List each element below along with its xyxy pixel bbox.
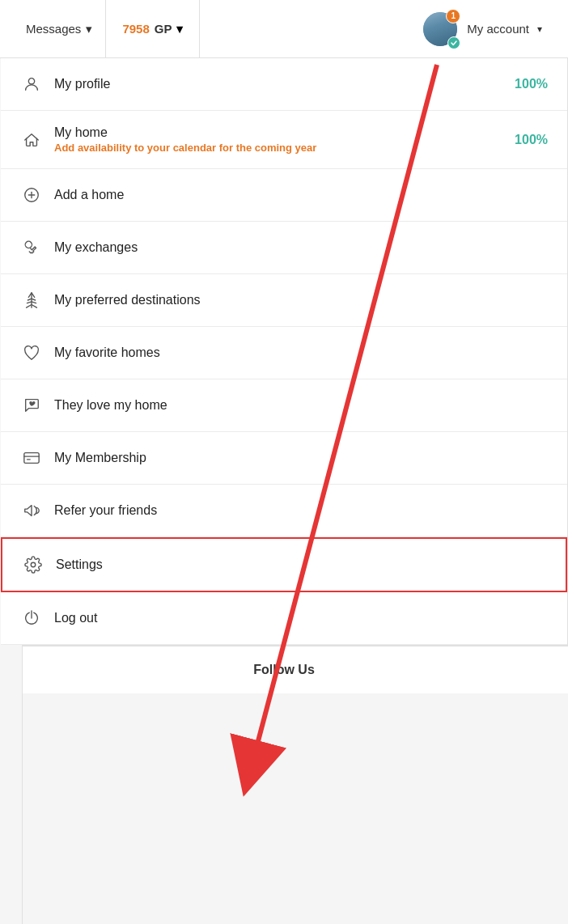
menu-label-my-home: My home	[54, 125, 515, 140]
menu-text-settings: Settings	[56, 557, 546, 572]
avatar-wrapper: 1	[422, 11, 459, 48]
menu-item-preferred-destinations[interactable]: My preferred destinations	[1, 274, 567, 327]
svg-point-4	[23, 239, 33, 249]
megaphone-icon	[20, 499, 43, 522]
svg-point-9	[31, 562, 36, 567]
notification-badge: 1	[446, 9, 460, 23]
person-icon	[20, 73, 43, 95]
menu-text-log-out: Log out	[54, 611, 548, 625]
menu-label-refer-friends: Refer your friends	[54, 503, 548, 518]
menu-text-my-home: My home Add availability to your calenda…	[54, 125, 515, 154]
menu-text-my-profile: My profile	[54, 77, 515, 91]
account-dropdown: My profile 100% My home Add availability…	[0, 58, 568, 646]
heart-icon	[20, 341, 43, 364]
menu-item-my-exchanges[interactable]: My exchanges	[1, 222, 567, 274]
account-nav[interactable]: 1 My account ▾	[409, 0, 555, 57]
menu-text-favorite-homes: My favorite homes	[54, 345, 548, 360]
key-icon	[20, 236, 43, 259]
menu-percentage-my-home: 100%	[515, 133, 548, 147]
card-icon	[20, 447, 43, 469]
menu-label-they-love-my-home: They love my home	[54, 398, 548, 413]
messages-chevron-icon: ▾	[86, 22, 92, 36]
account-label: My account	[467, 22, 529, 36]
menu-text-my-exchanges: My exchanges	[54, 240, 548, 255]
svg-rect-6	[24, 453, 39, 464]
menu-label-my-membership: My Membership	[54, 451, 548, 465]
menu-item-refer-friends[interactable]: Refer your friends	[1, 485, 567, 537]
menu-item-add-home[interactable]: Add a home	[1, 169, 567, 222]
menu-text-add-home: Add a home	[54, 188, 548, 202]
account-chevron-icon: ▾	[537, 23, 542, 35]
follow-us-footer: Follow Us	[0, 646, 568, 693]
plus-circle-icon	[20, 184, 43, 206]
menu-sublabel-my-home: Add availability to your calendar for th…	[54, 142, 515, 154]
menu-text-they-love-my-home: They love my home	[54, 398, 548, 413]
menu-item-my-profile[interactable]: My profile 100%	[1, 58, 567, 111]
home-icon	[20, 129, 43, 151]
verified-badge	[447, 36, 460, 49]
menu-label-settings: Settings	[56, 557, 546, 572]
menu-label-my-profile: My profile	[54, 77, 515, 91]
gp-nav[interactable]: 7958 GP ▾	[106, 0, 200, 57]
menu-text-preferred-destinations: My preferred destinations	[54, 293, 548, 307]
gear-icon	[22, 553, 45, 576]
gp-unit: GP	[155, 22, 172, 36]
top-nav: Messages ▾ 7958 GP ▾ 1 My account ▾	[0, 0, 568, 58]
follow-us-label: Follow Us	[253, 663, 315, 676]
menu-label-preferred-destinations: My preferred destinations	[54, 293, 548, 307]
menu-percentage-my-profile: 100%	[515, 77, 548, 91]
svg-point-0	[28, 78, 34, 84]
menu-item-my-home[interactable]: My home Add availability to your calenda…	[1, 111, 567, 169]
menu-item-my-membership[interactable]: My Membership	[1, 432, 567, 485]
menu-item-favorite-homes[interactable]: My favorite homes	[1, 327, 567, 379]
power-icon	[20, 607, 43, 629]
menu-label-favorite-homes: My favorite homes	[54, 345, 548, 360]
speech-heart-icon	[20, 394, 43, 417]
menu-label-log-out: Log out	[54, 611, 548, 625]
messages-label: Messages	[26, 22, 81, 36]
menu-text-refer-friends: Refer your friends	[54, 503, 548, 518]
gp-chevron-icon: ▾	[176, 22, 183, 36]
menu-label-add-home: Add a home	[54, 188, 548, 202]
messages-nav[interactable]: Messages ▾	[13, 0, 106, 57]
menu-item-log-out[interactable]: Log out	[1, 592, 567, 645]
menu-item-they-love-my-home[interactable]: They love my home	[1, 379, 567, 432]
eiffel-tower-icon	[20, 289, 43, 312]
menu-text-my-membership: My Membership	[54, 451, 548, 465]
menu-label-my-exchanges: My exchanges	[54, 240, 548, 255]
gp-value: 7958	[122, 22, 149, 36]
menu-item-settings[interactable]: Settings	[1, 537, 567, 592]
